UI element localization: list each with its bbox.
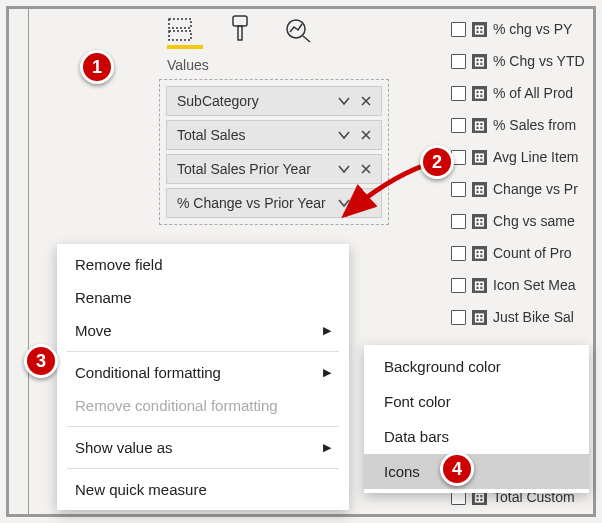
- ctx-label: Rename: [75, 289, 132, 306]
- submenu-background-color[interactable]: Background color: [364, 349, 589, 384]
- submenu-icons[interactable]: Icons: [364, 454, 589, 489]
- field-name: Chg vs same: [493, 213, 602, 229]
- submenu-arrow-icon: ▶: [323, 441, 331, 454]
- ctx-label: Move: [75, 322, 112, 339]
- field-row[interactable]: Change vs Pr: [441, 173, 602, 205]
- callout-badge-2: 2: [420, 145, 454, 179]
- submenu-label: Data bars: [384, 428, 449, 445]
- ctx-new-quick-measure[interactable]: New quick measure: [57, 473, 349, 506]
- ctx-label: Conditional formatting: [75, 364, 221, 381]
- checkbox-icon[interactable]: [451, 86, 466, 101]
- checkbox-icon[interactable]: [451, 182, 466, 197]
- field-pill-label: SubCategory: [177, 93, 333, 109]
- field-name: % Sales from: [493, 117, 602, 133]
- ctx-remove-field[interactable]: Remove field: [57, 248, 349, 281]
- svg-rect-2: [233, 16, 247, 26]
- measure-icon: [472, 278, 487, 293]
- close-icon[interactable]: [355, 198, 377, 208]
- field-name: % of All Prod: [493, 85, 602, 101]
- divider: [28, 9, 29, 514]
- field-row[interactable]: Icon Set Mea: [441, 269, 602, 301]
- field-pill-label: Total Sales: [177, 127, 333, 143]
- fields-tab-icon[interactable]: [167, 16, 197, 42]
- chevron-down-icon[interactable]: [333, 130, 355, 140]
- checkbox-icon[interactable]: [451, 22, 466, 37]
- field-pill-label: % Change vs Prior Year: [177, 195, 333, 211]
- measure-icon: [472, 246, 487, 261]
- divider: [67, 468, 339, 469]
- chevron-down-icon[interactable]: [333, 96, 355, 106]
- field-name: % chg vs PY: [493, 21, 602, 37]
- visualizations-panel: Values SubCategory Total Sales Total Sal…: [149, 9, 399, 235]
- field-pill-subcategory[interactable]: SubCategory: [166, 86, 382, 116]
- field-name: Count of Pro: [493, 245, 602, 261]
- field-row[interactable]: Count of Pro: [441, 237, 602, 269]
- field-row[interactable]: % chg vs PY: [441, 13, 602, 45]
- chevron-down-icon[interactable]: [333, 164, 355, 174]
- submenu-label: Font color: [384, 393, 451, 410]
- measure-icon: [472, 118, 487, 133]
- checkbox-icon[interactable]: [451, 278, 466, 293]
- measure-icon: [472, 150, 487, 165]
- field-name: Icon Set Mea: [493, 277, 602, 293]
- field-row[interactable]: % Chg vs YTD: [441, 45, 602, 77]
- conditional-formatting-submenu: Background color Font color Data bars Ic…: [364, 345, 589, 493]
- checkbox-icon[interactable]: [451, 214, 466, 229]
- close-icon[interactable]: [355, 96, 377, 106]
- ctx-label: New quick measure: [75, 481, 207, 498]
- format-tab-icon[interactable]: [227, 15, 253, 43]
- divider: [67, 351, 339, 352]
- ctx-show-value-as[interactable]: Show value as ▶: [57, 431, 349, 464]
- measure-icon: [472, 182, 487, 197]
- measure-icon: [472, 310, 487, 325]
- field-row[interactable]: % of All Prod: [441, 77, 602, 109]
- callout-badge-3: 3: [24, 344, 58, 378]
- submenu-label: Icons: [384, 463, 420, 480]
- close-icon[interactable]: [355, 164, 377, 174]
- svg-rect-3: [238, 26, 242, 40]
- field-name: Just Bike Sal: [493, 309, 602, 325]
- field-context-menu: Remove field Rename Move ▶ Conditional f…: [57, 244, 349, 510]
- checkbox-icon[interactable]: [451, 54, 466, 69]
- divider: [67, 426, 339, 427]
- panel-tab-row: [149, 9, 399, 43]
- analytics-tab-icon[interactable]: [283, 15, 313, 43]
- close-icon[interactable]: [355, 130, 377, 140]
- field-pill-label: Total Sales Prior Year: [177, 161, 333, 177]
- field-name: Avg Line Item: [493, 149, 602, 165]
- ctx-rename[interactable]: Rename: [57, 281, 349, 314]
- ctx-move[interactable]: Move ▶: [57, 314, 349, 347]
- ctx-conditional-formatting[interactable]: Conditional formatting ▶: [57, 356, 349, 389]
- submenu-data-bars[interactable]: Data bars: [364, 419, 589, 454]
- submenu-label: Background color: [384, 358, 501, 375]
- measure-icon: [472, 22, 487, 37]
- ctx-remove-conditional-formatting: Remove conditional formatting: [57, 389, 349, 422]
- field-name: % Chg vs YTD: [493, 53, 602, 69]
- checkbox-icon[interactable]: [451, 246, 466, 261]
- measure-icon: [472, 214, 487, 229]
- submenu-font-color[interactable]: Font color: [364, 384, 589, 419]
- checkbox-icon[interactable]: [451, 310, 466, 325]
- field-pill-pct-change-vs-prior-year[interactable]: % Change vs Prior Year: [166, 188, 382, 218]
- field-row[interactable]: % Sales from: [441, 109, 602, 141]
- field-row[interactable]: Just Bike Sal: [441, 301, 602, 333]
- measure-icon: [472, 86, 487, 101]
- submenu-arrow-icon: ▶: [323, 324, 331, 337]
- checkbox-icon[interactable]: [451, 118, 466, 133]
- field-pill-total-sales-prior-year[interactable]: Total Sales Prior Year: [166, 154, 382, 184]
- field-name: Change vs Pr: [493, 181, 602, 197]
- field-row[interactable]: Avg Line Item: [441, 141, 602, 173]
- submenu-arrow-icon: ▶: [323, 366, 331, 379]
- values-field-well[interactable]: SubCategory Total Sales Total Sales Prio…: [159, 79, 389, 225]
- ctx-label: Remove field: [75, 256, 163, 273]
- field-row[interactable]: Chg vs same: [441, 205, 602, 237]
- field-pill-total-sales[interactable]: Total Sales: [166, 120, 382, 150]
- ctx-label: Show value as: [75, 439, 173, 456]
- callout-badge-4: 4: [440, 452, 474, 486]
- chevron-down-icon[interactable]: [333, 198, 355, 208]
- svg-line-5: [303, 36, 310, 42]
- ctx-label: Remove conditional formatting: [75, 397, 278, 414]
- active-tab-underline: [167, 45, 203, 49]
- svg-rect-1: [169, 31, 191, 40]
- measure-icon: [472, 54, 487, 69]
